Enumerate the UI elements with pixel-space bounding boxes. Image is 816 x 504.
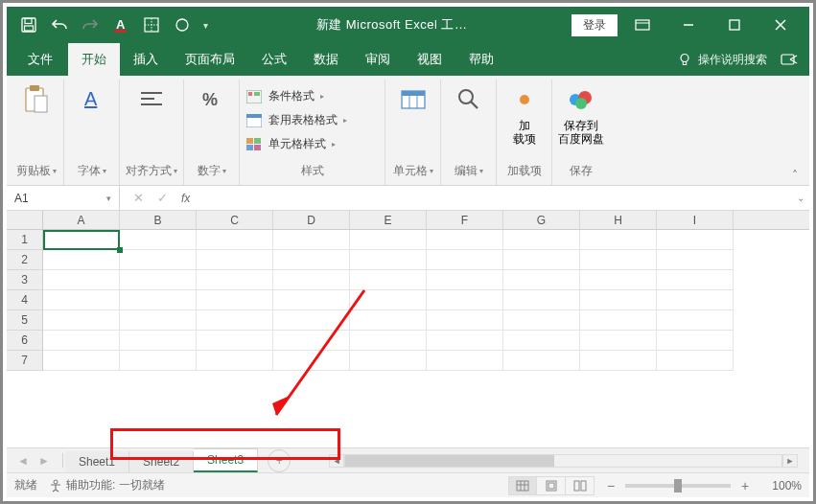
shape-icon[interactable] <box>168 11 197 39</box>
formula-bar: A1▾ ✕ ✓ fx ⌄ <box>7 186 809 211</box>
tab-review[interactable]: 审阅 <box>352 43 404 76</box>
window-title: 新建 Microsoft Excel 工… <box>212 16 571 34</box>
tab-file[interactable]: 文件 <box>12 43 68 76</box>
font-icon[interactable]: A <box>76 83 108 116</box>
tell-me-search[interactable]: 操作说明搜索 <box>677 52 767 68</box>
save-icon[interactable] <box>14 11 43 39</box>
col-header[interactable]: G <box>503 211 580 229</box>
find-icon[interactable] <box>453 83 485 116</box>
col-header[interactable]: A <box>43 211 120 229</box>
tab-home[interactable]: 开始 <box>68 43 120 76</box>
svg-point-45 <box>54 480 58 484</box>
close-icon[interactable] <box>759 11 802 39</box>
row-header[interactable]: 2 <box>7 250 43 270</box>
maximize-icon[interactable] <box>713 11 756 39</box>
zoom-out-button[interactable]: − <box>604 478 618 493</box>
zoom-slider[interactable] <box>625 484 731 488</box>
redo-icon[interactable] <box>76 11 105 39</box>
new-sheet-button[interactable]: + <box>268 449 291 472</box>
group-addins: 加 载项 加载项 <box>497 80 552 185</box>
group-editing-label: 编辑 <box>455 163 478 179</box>
tab-scroll-left-icon[interactable]: ◄ <box>12 450 34 471</box>
zoom-controls: − + 100% <box>604 478 802 493</box>
sheet-tab-1[interactable]: Sheet1 <box>65 451 129 472</box>
undo-icon[interactable] <box>45 11 74 39</box>
tab-insert[interactable]: 插入 <box>120 43 172 76</box>
tab-formulas[interactable]: 公式 <box>248 43 300 76</box>
row-header[interactable]: 5 <box>7 310 43 331</box>
tab-view[interactable]: 视图 <box>404 43 455 76</box>
borders-icon[interactable] <box>137 11 166 39</box>
cloud-save-icon[interactable] <box>565 83 597 116</box>
cell-styles-button[interactable]: 单元格样式 ▸ <box>245 133 347 155</box>
formula-input[interactable] <box>203 186 792 210</box>
share-icon[interactable] <box>779 49 800 70</box>
paste-icon[interactable] <box>20 83 53 116</box>
tab-page-layout[interactable]: 页面布局 <box>172 43 248 76</box>
titlebar: A ▾ 新建 Microsoft Excel 工… 登录 <box>7 7 809 43</box>
svg-rect-17 <box>781 55 794 64</box>
tab-scroll-right-icon[interactable]: ► <box>34 450 55 471</box>
row-header[interactable]: 3 <box>7 270 43 290</box>
col-header[interactable]: E <box>350 211 427 229</box>
col-header[interactable]: F <box>427 211 503 229</box>
col-header[interactable]: C <box>197 211 273 229</box>
ribbon-display-icon[interactable] <box>621 11 664 39</box>
scroll-left-icon[interactable]: ◄ <box>329 454 344 468</box>
svg-point-41 <box>520 95 529 104</box>
sheet-tab-3[interactable]: Sheet3 <box>194 448 258 472</box>
col-header[interactable]: H <box>580 211 657 229</box>
login-button[interactable]: 登录 <box>571 14 618 36</box>
accessibility-icon <box>49 479 62 493</box>
view-buttons <box>508 476 595 495</box>
svg-rect-32 <box>254 138 261 144</box>
svg-rect-19 <box>30 85 39 91</box>
name-box[interactable]: A1▾ <box>7 186 120 210</box>
cell-styles-icon <box>245 137 263 152</box>
sheet-tab-2[interactable]: Sheet2 <box>129 451 194 472</box>
col-header[interactable]: B <box>120 211 197 229</box>
row-header[interactable]: 6 <box>7 331 43 351</box>
svg-rect-28 <box>254 92 260 96</box>
addins-icon[interactable] <box>508 83 541 116</box>
fill-handle[interactable] <box>117 247 123 253</box>
page-break-view-icon[interactable] <box>566 476 595 495</box>
sheet-tabs-bar: ◄ ► Sheet1 Sheet2 Sheet3 + ◄ ► <box>7 447 809 472</box>
select-all-corner[interactable] <box>7 211 43 229</box>
svg-rect-53 <box>581 481 586 491</box>
number-icon[interactable]: % <box>196 83 228 116</box>
conditional-formatting-button[interactable]: 条件格式 ▸ <box>245 85 347 107</box>
svg-rect-51 <box>548 483 554 489</box>
zoom-percent[interactable]: 100% <box>759 479 802 493</box>
zoom-in-button[interactable]: + <box>738 478 752 493</box>
row-header[interactable]: 4 <box>7 290 43 310</box>
enter-formula-icon[interactable]: ✓ <box>157 191 168 205</box>
col-header[interactable]: D <box>273 211 350 229</box>
svg-rect-2 <box>25 26 34 31</box>
row-header[interactable]: 1 <box>7 230 43 250</box>
qat-more-icon[interactable]: ▾ <box>198 11 212 39</box>
fx-icon[interactable]: fx <box>181 192 190 205</box>
svg-rect-30 <box>246 114 262 118</box>
scroll-right-icon[interactable]: ► <box>782 454 798 468</box>
cells-icon[interactable] <box>397 83 430 116</box>
grid-body[interactable]: 1 2 3 4 5 6 7 <box>7 230 809 371</box>
normal-view-icon[interactable] <box>508 476 537 495</box>
align-icon[interactable] <box>135 83 168 116</box>
format-as-table-button[interactable]: 套用表格格式 ▸ <box>245 109 347 131</box>
expand-formula-bar-icon[interactable]: ⌄ <box>792 193 809 203</box>
tab-help[interactable]: 帮助 <box>455 43 507 76</box>
save-big-label: 保存到 百度网盘 <box>558 119 604 146</box>
col-header[interactable]: I <box>657 211 734 229</box>
group-alignment: 对齐方式▾ <box>120 80 184 185</box>
minimize-icon[interactable] <box>667 11 710 39</box>
tab-data[interactable]: 数据 <box>300 43 352 76</box>
page-layout-view-icon[interactable] <box>537 476 566 495</box>
svg-rect-12 <box>730 20 739 30</box>
cancel-formula-icon[interactable]: ✕ <box>133 191 144 205</box>
horizontal-scrollbar[interactable]: ◄ ► <box>329 453 798 469</box>
svg-point-39 <box>459 90 473 103</box>
row-header[interactable]: 7 <box>7 351 43 371</box>
font-color-icon[interactable]: A <box>106 11 135 39</box>
collapse-ribbon-icon[interactable]: ˄ <box>792 169 798 182</box>
